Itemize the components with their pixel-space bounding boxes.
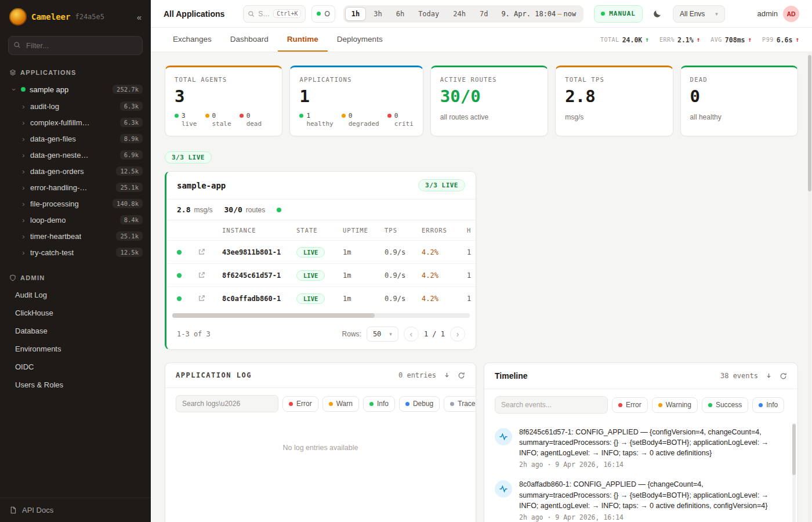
application-name[interactable]: sample-app bbox=[177, 181, 226, 190]
tps-value: 2.8 bbox=[177, 205, 190, 214]
sidebar-item-audit-log[interactable]: ›audit-log6.3k bbox=[0, 98, 151, 114]
admin-item-audit-log[interactable]: Audit Log bbox=[0, 286, 151, 304]
timeline-event[interactable]: 8c0affadb860-1: CONFIG_APPLIED — {change… bbox=[495, 474, 786, 522]
search-icon bbox=[248, 10, 255, 17]
admin-item-users-roles[interactable]: Users & Roles bbox=[0, 376, 151, 394]
log-filter-trace[interactable]: Trace bbox=[444, 396, 476, 412]
routes-value: 30/0 bbox=[224, 205, 242, 214]
table-row[interactable]: 8f6245c61d57-1 LIVE 1m 0.9/s 4.2% 1 bbox=[166, 263, 476, 287]
tab-dashboard[interactable]: Dashboard bbox=[221, 28, 278, 52]
sidebar-item-data-gen-nested[interactable]: ›data-gen-neste…6.9k bbox=[0, 147, 151, 163]
avatar[interactable]: AD bbox=[783, 6, 799, 22]
blue-dot bbox=[405, 402, 409, 406]
amber-dot bbox=[342, 114, 346, 118]
sidebar-item-data-gen-files[interactable]: ›data-gen-files8.9k bbox=[0, 130, 151, 147]
timeline-filter-warning[interactable]: Warning bbox=[652, 397, 698, 413]
header-stats: TOTAL24.0K↑ ERR%2.1%↑ AVG708ms↑ P996.6s↑ bbox=[600, 28, 799, 52]
table-row[interactable]: 8c0affadb860-1 LIVE 1m 0.9/s 4.2% 1 bbox=[166, 287, 476, 310]
stat-card-value: 0 bbox=[690, 88, 788, 106]
stat-card-title: TOTAL AGENTS bbox=[175, 76, 273, 83]
status-dot bbox=[177, 273, 182, 278]
sidebar-item-data-gen-orders[interactable]: ›data-gen-orders12.5k bbox=[0, 163, 151, 179]
tab-exchanges[interactable]: Exchanges bbox=[164, 28, 221, 52]
sidebar-item-file-processing[interactable]: ›file-processing140.8k bbox=[0, 195, 151, 212]
admin-item-clickhouse[interactable]: ClickHouse bbox=[0, 304, 151, 322]
page-indicator: 1 / 1 bbox=[424, 330, 445, 338]
table-header: INSTANCE STATE UPTIME TPS ERRORS H bbox=[166, 220, 476, 240]
sidebar: Cameleer f24a5e5 « APPLICATIONS › sample… bbox=[0, 0, 151, 522]
log-filter-warn[interactable]: Warn bbox=[322, 396, 359, 412]
table-row[interactable]: 43ee9811b801-1 LIVE 1m 0.9/s 4.2% 1 bbox=[166, 240, 476, 263]
admin-item-database[interactable]: Database bbox=[0, 322, 151, 340]
download-icon[interactable] bbox=[765, 372, 773, 380]
col-state: STATE bbox=[296, 227, 343, 234]
timeline-search-input[interactable] bbox=[495, 396, 608, 414]
online-indicator[interactable]: O bbox=[311, 5, 335, 23]
admin-item-oidc[interactable]: OIDC bbox=[0, 358, 151, 376]
sidebar-item-timer-heartbeat[interactable]: ›timer-heartbeat25.1k bbox=[0, 228, 151, 244]
event-timestamp: 2h ago · 9 Apr 2026, 16:14 bbox=[519, 461, 786, 469]
date-range-display[interactable]: 9. Apr. 18:04—now bbox=[495, 10, 582, 18]
tab-deployments[interactable]: Deployments bbox=[328, 28, 392, 52]
env-dropdown[interactable]: All Envs ▾ bbox=[673, 5, 725, 23]
sidebar-collapse-button[interactable]: « bbox=[137, 12, 142, 22]
scrollbar-thumb[interactable] bbox=[172, 313, 375, 318]
search-icon bbox=[13, 41, 21, 49]
log-filter-debug[interactable]: Debug bbox=[399, 396, 440, 412]
log-filter-info[interactable]: Info bbox=[363, 396, 395, 412]
range-button-6h[interactable]: 6h bbox=[390, 7, 411, 21]
log-empty-state: No log entries available bbox=[165, 419, 476, 452]
horizontal-scrollbar bbox=[172, 313, 470, 318]
tabbar: Exchanges Dashboard Runtime Deployments … bbox=[151, 28, 812, 52]
timeline-event[interactable]: 8f6245c61d57-1: CONFIG_APPLIED — {config… bbox=[495, 422, 786, 474]
range-button-today[interactable]: Today bbox=[412, 7, 445, 21]
live-summary-chip[interactable]: 3/3 LIVE bbox=[165, 151, 212, 164]
rows-per-page-select[interactable]: 50▾ bbox=[367, 327, 398, 342]
col-uptime: UPTIME bbox=[343, 227, 385, 234]
external-link-icon[interactable] bbox=[198, 248, 222, 256]
tree-root-label: sample app bbox=[30, 85, 68, 94]
col-instance: INSTANCE bbox=[222, 227, 296, 234]
api-docs-link[interactable]: API Docs bbox=[0, 498, 151, 522]
refresh-icon[interactable] bbox=[780, 372, 787, 380]
tab-runtime[interactable]: Runtime bbox=[278, 28, 328, 52]
range-button-7d[interactable]: 7d bbox=[473, 7, 494, 21]
external-link-icon[interactable] bbox=[198, 295, 222, 302]
log-search-input[interactable] bbox=[176, 395, 278, 412]
next-page-button[interactable]: › bbox=[450, 327, 465, 342]
trend-up-icon: ↑ bbox=[645, 36, 649, 44]
download-icon[interactable] bbox=[443, 372, 451, 379]
chevron-down-icon: ▾ bbox=[389, 331, 392, 337]
range-button-3h[interactable]: 3h bbox=[367, 7, 388, 21]
timeline-filter-error[interactable]: Error bbox=[612, 397, 648, 413]
global-search[interactable]: S… Ctrl+K bbox=[243, 5, 306, 23]
range-button-1h[interactable]: 1h bbox=[345, 7, 366, 21]
dark-mode-toggle[interactable] bbox=[648, 5, 667, 23]
prev-page-button[interactable]: ‹ bbox=[404, 327, 419, 342]
sidebar-item-complex-fulfillment[interactable]: ›complex-fulfillm…6.3k bbox=[0, 114, 151, 130]
scrollbar-thumb[interactable] bbox=[808, 55, 811, 191]
page-scrollbar bbox=[808, 53, 811, 522]
stat-card-applications: APPLICATIONS 1 1healthy 0degraded 0criti bbox=[289, 66, 423, 136]
sidebar-item-sample-app[interactable]: › sample app 252.7k bbox=[0, 81, 151, 98]
stat-card-total-agents: TOTAL AGENTS 3 3live 0stale 0dead bbox=[165, 66, 282, 136]
tree-item-label: timer-heartbeat bbox=[30, 232, 81, 241]
sidebar-item-loop-demo[interactable]: ›loop-demo8.4k bbox=[0, 212, 151, 228]
stat-total: TOTAL24.0K↑ bbox=[600, 36, 649, 44]
timeline-filter-success[interactable]: Success bbox=[702, 397, 748, 413]
filter-input[interactable] bbox=[8, 36, 143, 55]
sidebar-item-try-catch-test[interactable]: ›try-catch-test12.5k bbox=[0, 244, 151, 260]
range-button-24h[interactable]: 24h bbox=[447, 7, 472, 21]
trend-up-icon: ↑ bbox=[697, 36, 701, 44]
log-filter-error[interactable]: Error bbox=[282, 396, 318, 412]
manual-mode-button[interactable]: MANUAL bbox=[594, 5, 643, 23]
stat-avg-latency: AVG708ms↑ bbox=[710, 36, 752, 44]
scrollbar-thumb[interactable] bbox=[792, 424, 796, 475]
sidebar-item-error-handling[interactable]: ›error-handling-…25.1k bbox=[0, 179, 151, 195]
green-dot bbox=[175, 114, 179, 118]
refresh-icon[interactable] bbox=[458, 372, 465, 379]
external-link-icon[interactable] bbox=[198, 271, 222, 279]
timeline-filter-info[interactable]: Info bbox=[752, 397, 784, 413]
admin-item-environments[interactable]: Environments bbox=[0, 340, 151, 358]
page-title: All Applications bbox=[164, 9, 224, 19]
